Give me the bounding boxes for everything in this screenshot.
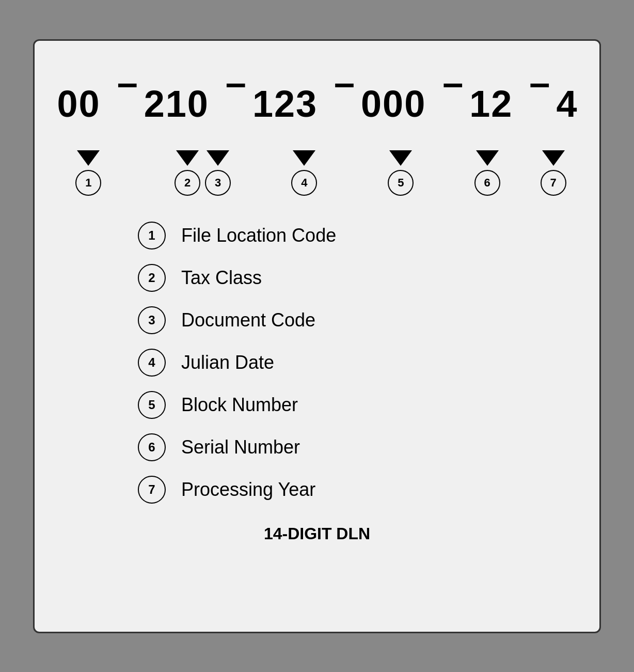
legend-item-1: 1 File Location Code — [138, 222, 568, 249]
pointer-4: 4 — [284, 150, 325, 196]
arrow-3 — [207, 150, 229, 166]
arrow-4 — [293, 150, 315, 166]
pointer-5: 5 — [381, 150, 421, 196]
footer-text: 14-DIGIT DLN — [264, 524, 370, 543]
arrow-7 — [542, 150, 565, 166]
legend-label-5: Block Number — [181, 394, 298, 416]
legend-item-3: 3 Document Code — [138, 306, 568, 334]
segment-2: 210 — [144, 83, 209, 125]
legend-circle-5: 5 — [138, 391, 166, 419]
badge-5: 5 — [388, 170, 414, 196]
sep-5: – — [519, 61, 550, 146]
segment-5: 12 — [469, 83, 513, 125]
pointer-3: 3 — [203, 150, 233, 196]
segment-1: 00 — [57, 83, 101, 125]
badge-4: 4 — [291, 170, 317, 196]
pointer-6: 6 — [472, 150, 502, 196]
badge-6: 6 — [474, 170, 500, 196]
arrow-1 — [77, 150, 100, 166]
sep-3: – — [324, 61, 355, 146]
dln-number-row: 00 – 210 – 123 – 000 – 12 – 4 — [57, 61, 577, 146]
legend-item-2: 2 Tax Class — [138, 264, 568, 292]
arrow-5 — [389, 150, 412, 166]
legend-circle-4: 4 — [138, 349, 166, 377]
legend-item-7: 7 Processing Year — [138, 476, 568, 504]
legend-label-6: Serial Number — [181, 436, 300, 458]
legend-label-2: Tax Class — [181, 267, 262, 289]
pointer-2: 2 — [172, 150, 203, 196]
sep-4: – — [432, 61, 463, 146]
badge-2: 2 — [175, 170, 200, 196]
legend-circle-7: 7 — [138, 476, 166, 504]
arrow-2 — [176, 150, 199, 166]
legend-label-3: Document Code — [181, 309, 315, 331]
legend-circle-3: 3 — [138, 306, 166, 334]
badge-3: 3 — [205, 170, 231, 196]
main-card: 00 – 210 – 123 – 000 – 12 – 4 1 — [33, 39, 601, 633]
sep-2: – — [215, 61, 246, 146]
legend-item-6: 6 Serial Number — [138, 433, 568, 461]
badge-7: 7 — [541, 170, 566, 196]
legend-label-7: Processing Year — [181, 479, 315, 501]
segment-3: 123 — [252, 83, 318, 125]
badge-1: 1 — [75, 170, 101, 196]
legend-circle-2: 2 — [138, 264, 166, 292]
sep-1: – — [107, 61, 138, 146]
segment-4: 000 — [361, 83, 426, 125]
pointer-1: 1 — [66, 150, 112, 196]
legend-circle-6: 6 — [138, 433, 166, 461]
pointer-7: 7 — [538, 150, 568, 196]
dln-diagram: 00 – 210 – 123 – 000 – 12 – 4 1 — [66, 61, 568, 196]
legend-label-4: Julian Date — [181, 352, 274, 373]
legend-label-1: File Location Code — [181, 225, 336, 246]
legend-item-4: 4 Julian Date — [138, 349, 568, 377]
legend-item-5: 5 Block Number — [138, 391, 568, 419]
segment-6: 4 — [556, 83, 577, 125]
arrow-6 — [476, 150, 499, 166]
legend: 1 File Location Code 2 Tax Class 3 Docum… — [66, 222, 568, 504]
legend-circle-1: 1 — [138, 222, 166, 249]
